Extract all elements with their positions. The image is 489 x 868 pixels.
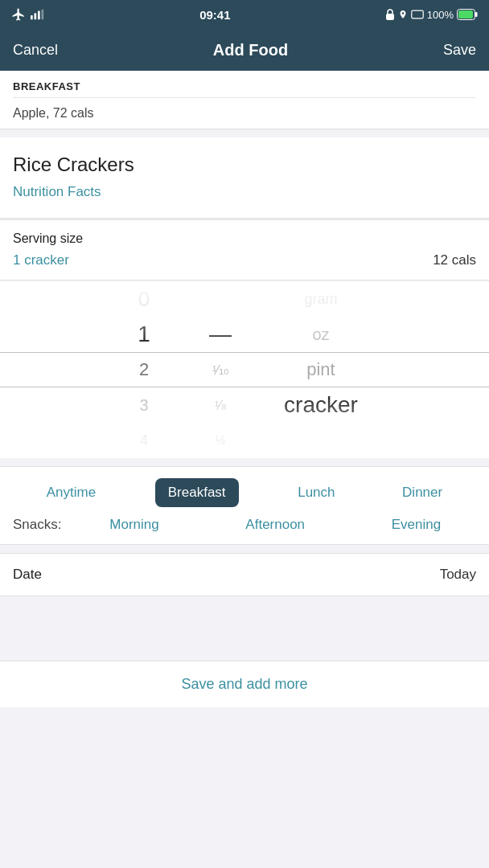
evening-snack-button[interactable]: Evening <box>392 517 441 533</box>
svg-rect-0 <box>31 15 33 19</box>
svg-rect-5 <box>412 10 423 18</box>
picker-fraction-dash[interactable]: — <box>192 317 249 352</box>
food-name: Rice Crackers <box>13 154 476 176</box>
location-icon <box>398 9 408 20</box>
fraction-picker-column[interactable]: — ¹⁄₁₀ ¹⁄₈ ¼ <box>192 281 249 458</box>
date-section[interactable]: Date Today <box>0 553 489 596</box>
svg-rect-1 <box>35 13 37 19</box>
status-time: 09:41 <box>199 8 230 22</box>
picker-quantity-3[interactable]: 3 <box>96 387 192 423</box>
picker-fraction-eighth[interactable]: ¹⁄₈ <box>192 387 249 423</box>
picker-wrapper: 0 1 2 3 4 — ¹⁄₁₀ ¹⁄₈ ¼ gram oz pint crac… <box>0 281 489 458</box>
afternoon-snack-button[interactable]: Afternoon <box>245 517 305 533</box>
picker-unit-oz[interactable]: oz <box>249 317 393 352</box>
status-right: 100% <box>385 9 478 21</box>
svg-rect-4 <box>386 14 394 20</box>
battery-icon <box>457 9 478 20</box>
picker-quantity-2[interactable]: 2 <box>96 352 192 387</box>
cancel-button[interactable]: Cancel <box>13 42 58 59</box>
unit-picker-column[interactable]: gram oz pint cracker <box>249 281 393 458</box>
battery-percent: 100% <box>427 9 454 21</box>
nutrition-facts-link[interactable]: Nutrition Facts <box>13 176 476 213</box>
serving-cals: 12 cals <box>433 252 476 268</box>
picker-quantity-1[interactable]: 1 <box>96 317 192 352</box>
picker-fraction-quarter[interactable]: ¼ <box>192 423 249 458</box>
picker-unit-gram[interactable]: gram <box>249 281 393 317</box>
dinner-button[interactable]: Dinner <box>394 480 450 506</box>
picker-quantity-0[interactable]: 0 <box>96 281 192 317</box>
picker-fraction-tenth[interactable]: ¹⁄₁₀ <box>192 352 249 387</box>
breakfast-label: BREAKFAST <box>13 80 476 97</box>
status-left <box>11 7 45 22</box>
page-title: Add Food <box>213 41 288 59</box>
svg-rect-7 <box>458 10 473 18</box>
breakfast-button[interactable]: Breakfast <box>155 478 239 507</box>
screen-icon <box>411 9 424 20</box>
snacks-label: Snacks: <box>13 517 61 533</box>
anytime-button[interactable]: Anytime <box>39 480 104 506</box>
signal-icon <box>31 9 45 20</box>
lunch-button[interactable]: Lunch <box>290 480 343 506</box>
serving-size-value[interactable]: 1 cracker <box>13 252 69 268</box>
serving-row: 1 cracker 12 cals <box>13 252 476 268</box>
save-add-more-button[interactable]: Save and add more <box>181 676 307 693</box>
snacks-row: Snacks: Morning Afternoon Evening <box>13 517 476 533</box>
picker-section[interactable]: 0 1 2 3 4 — ¹⁄₁₀ ¹⁄₈ ¼ gram oz pint crac… <box>0 281 489 458</box>
bottom-spacer <box>0 596 489 661</box>
serving-section: Serving size 1 cracker 12 cals <box>0 219 489 280</box>
save-more-section: Save and add more <box>0 661 489 707</box>
date-value: Today <box>440 567 476 583</box>
svg-rect-3 <box>42 10 44 20</box>
lock-icon <box>385 9 395 20</box>
status-bar: 09:41 100% <box>0 0 489 29</box>
meal-section: Anytime Breakfast Lunch Dinner Snacks: M… <box>0 466 489 545</box>
morning-snack-button[interactable]: Morning <box>109 517 158 533</box>
breakfast-item: Apple, 72 cals <box>13 97 476 129</box>
snacks-options: Morning Afternoon Evening <box>74 517 476 533</box>
save-button[interactable]: Save <box>443 42 476 59</box>
picker-fraction-empty <box>192 281 249 317</box>
quantity-picker-column[interactable]: 0 1 2 3 4 <box>96 281 192 458</box>
divider <box>0 218 489 219</box>
meal-row: Anytime Breakfast Lunch Dinner <box>13 478 476 507</box>
picker-quantity-4[interactable]: 4 <box>96 423 192 458</box>
svg-rect-8 <box>475 12 478 17</box>
serving-size-label: Serving size <box>13 231 476 246</box>
picker-unit-pint[interactable]: pint <box>249 352 393 387</box>
svg-rect-2 <box>38 11 40 20</box>
picker-unit-cup[interactable] <box>249 423 393 458</box>
date-label: Date <box>13 567 42 583</box>
food-name-section: Rice Crackers Nutrition Facts <box>0 137 489 218</box>
nav-bar: Cancel Add Food Save <box>0 29 489 71</box>
airplane-icon <box>11 7 26 22</box>
picker-unit-cracker[interactable]: cracker <box>249 387 393 423</box>
breakfast-section: BREAKFAST Apple, 72 cals <box>0 71 489 129</box>
